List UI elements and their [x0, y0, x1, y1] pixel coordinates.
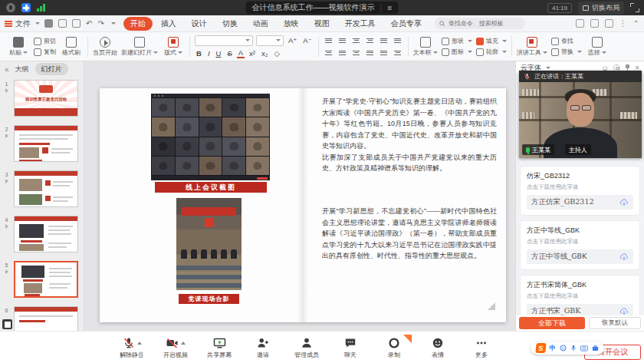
slide-layout-button[interactable]: 版式 [162, 37, 185, 57]
underline-button[interactable]: U [215, 49, 223, 58]
command-search[interactable] [435, 18, 525, 29]
qat-caret[interactable] [111, 22, 116, 25]
sogou-logo-icon[interactable]: S [535, 343, 546, 353]
strikethrough-button[interactable]: S [225, 49, 233, 58]
slide-thumbnail-5-selected[interactable]: 5 [2, 261, 80, 298]
font-card[interactable]: 仿宋_GB2312 点击下载使用此字体 方正仿宋_GB2312 [520, 166, 640, 216]
mic-options-caret[interactable] [137, 342, 142, 345]
numbered-list-icon[interactable] [337, 35, 348, 45]
cloud-download-icon[interactable] [619, 308, 629, 315]
chat-button[interactable]: 聊天 [337, 337, 363, 359]
meeting-info-icon[interactable] [6, 3, 15, 12]
protection-icon[interactable] [21, 3, 31, 12]
cut-button[interactable]: 剪切 [34, 37, 56, 45]
ime-toolbox-icon[interactable] [592, 345, 599, 351]
tab-slideshow[interactable]: 放映 [277, 17, 306, 31]
slide-thumbnail-3[interactable]: 3 [2, 170, 80, 207]
replace-button[interactable]: 替换 [551, 48, 582, 56]
page-curl-icon[interactable] [488, 302, 495, 310]
slide-thumbnail-6[interactable]: 6 [2, 306, 80, 331]
tab-member[interactable]: 会员专享 [384, 17, 429, 31]
find-button[interactable]: 查找 [551, 37, 582, 45]
slide-thumbnail-2[interactable]: 2 [2, 125, 80, 162]
line-spacing-icon[interactable] [379, 35, 389, 45]
restore-default-button[interactable]: 恢复默认 [589, 317, 641, 329]
distribute-icon[interactable] [379, 48, 389, 58]
tab-design[interactable]: 设计 [185, 17, 214, 31]
increase-font-icon[interactable]: A⁺ [287, 36, 298, 45]
tab-home[interactable]: 开始 [123, 17, 153, 31]
cloud-download-icon[interactable] [619, 199, 629, 206]
hamburger-menu-icon[interactable]: ≡ [381, 4, 393, 12]
ime-keyboard-icon[interactable] [580, 345, 588, 351]
paste-button[interactable]: 粘贴 [7, 37, 30, 57]
align-center-icon[interactable] [337, 48, 348, 58]
ime-mic-icon[interactable] [570, 345, 577, 351]
align-left-icon[interactable] [324, 48, 334, 58]
tab-slides[interactable]: 幻灯片 [35, 63, 68, 75]
columns-icon[interactable] [393, 48, 403, 58]
more-button[interactable]: 更多 [468, 337, 495, 359]
search-input[interactable] [449, 20, 521, 27]
decrease-font-icon[interactable]: A⁻ [301, 36, 313, 45]
grid-view-icon[interactable] [2, 319, 12, 329]
fill-button[interactable]: 填充 [476, 37, 507, 45]
collapse-panel-icon[interactable]: « [5, 65, 9, 74]
sync-icon[interactable] [576, 19, 584, 28]
print-icon[interactable] [58, 19, 67, 28]
format-painter-button[interactable]: 格式刷 [60, 37, 83, 57]
ime-emoji-icon[interactable] [560, 345, 567, 351]
share-screen-button[interactable]: 共享屏幕 [206, 337, 232, 359]
font-card[interactable]: 方正中等线_GBK 点击下载使用此字体 方正中等线_GBK [520, 220, 640, 270]
download-all-button[interactable]: 全部下载 [519, 317, 585, 329]
font-color-button[interactable]: A [237, 48, 245, 58]
bold-button[interactable]: B [195, 49, 203, 58]
emoji-button[interactable]: 表情 [425, 337, 451, 359]
subscript-button[interactable]: x₂ [260, 49, 269, 58]
copy-button[interactable]: 复制 [34, 48, 56, 56]
select-button[interactable]: 选择 [586, 37, 609, 57]
ime-toolbar[interactable]: S 中 [531, 342, 605, 355]
panel-title-caret[interactable] [546, 67, 550, 69]
font-size-select[interactable] [256, 35, 284, 46]
font-family-select[interactable] [195, 35, 253, 46]
switch-layout-button[interactable]: 切换布局 [578, 2, 624, 15]
new-slide-button[interactable]: 新建幻灯片 [121, 37, 158, 57]
eye-protect-icon[interactable] [605, 19, 613, 28]
file-menu[interactable]: 文件 [5, 18, 40, 29]
slide-canvas[interactable]: 线上会议截图 党课现场合影 开展了“学党史·守初心”知识竞赛主题党日活动，赛前组… [84, 61, 515, 331]
cloud-download-icon[interactable] [619, 253, 629, 261]
textbox-button[interactable]: 文本框 [413, 37, 438, 57]
record-button[interactable]: 录制 [381, 337, 407, 359]
highlight-button[interactable]: ◇ [272, 49, 281, 58]
play-from-current-button[interactable]: 当页开始 [93, 37, 117, 57]
shape-button[interactable]: 形状 [442, 37, 472, 45]
tab-view[interactable]: 视图 [307, 17, 337, 31]
italic-button[interactable]: I [206, 49, 212, 58]
share-icon[interactable] [590, 19, 599, 28]
video-options-caret[interactable] [181, 342, 186, 345]
outline-button[interactable]: 轮廓 [476, 48, 507, 56]
presenter-tools-button[interactable]: 演讲工具 [517, 37, 547, 57]
invite-button[interactable]: 邀请 [250, 337, 276, 359]
tab-outline[interactable]: 大纲 [15, 64, 29, 74]
text-direction-icon[interactable] [393, 35, 403, 45]
collapse-ribbon-icon[interactable]: ⌃ [633, 19, 639, 28]
undo-icon[interactable]: ↶ [86, 19, 92, 28]
tab-animation[interactable]: 动画 [246, 17, 275, 31]
icon-library-button[interactable]: 图标 [442, 48, 472, 56]
save-icon[interactable] [44, 19, 53, 28]
slide-thumbnail-4[interactable]: 4 [2, 216, 80, 252]
tab-devtools[interactable]: 开发工具 [338, 17, 383, 31]
fullscreen-icon[interactable] [630, 3, 639, 12]
manage-members-button[interactable]: 管理成员 [294, 337, 320, 359]
tab-insert[interactable]: 插入 [154, 17, 183, 31]
tab-transition[interactable]: 切换 [215, 17, 245, 31]
superscript-button[interactable]: x² [248, 49, 257, 58]
export-icon[interactable] [72, 19, 80, 28]
decrease-indent-icon[interactable] [351, 35, 362, 45]
unmute-button[interactable]: 解除静音 [119, 337, 145, 359]
overflow-icon[interactable]: ⋮ [619, 19, 627, 28]
start-video-button[interactable]: 开启视频 [163, 337, 189, 359]
justify-icon[interactable] [365, 48, 376, 58]
